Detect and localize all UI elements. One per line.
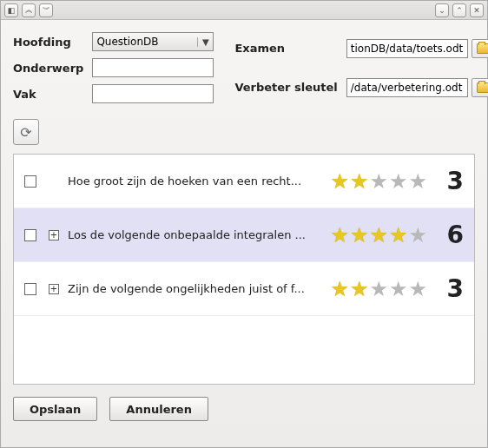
close-icon[interactable]: ✕ [470, 3, 484, 17]
hoofding-dropdown[interactable]: QuestionDB ▼ [92, 32, 214, 51]
footer: Opslaan Annuleren [13, 385, 475, 433]
rating-stars[interactable]: ★★★★★ [330, 279, 427, 300]
row-checkbox[interactable] [24, 175, 36, 188]
app-window: ◧ ︽ ︾ ⌄ ⌃ ✕ Hoofding QuestionDB ▼ Onderw… [0, 0, 488, 448]
star-icon: ★ [408, 171, 427, 192]
question-text: Zijn de volgende ongelijkheden juist of … [68, 282, 330, 295]
table-row[interactable]: Hoe groot zijn de hoeken van een recht..… [14, 155, 474, 208]
row-checkbox[interactable] [24, 283, 36, 295]
rating-stars[interactable]: ★★★★★ [330, 171, 427, 192]
star-icon: ★ [350, 171, 369, 192]
star-icon: ★ [389, 279, 408, 300]
save-button[interactable]: Opslaan [13, 397, 97, 421]
verbeter-input[interactable] [346, 78, 468, 97]
star-icon: ★ [408, 225, 427, 246]
chevron-down-icon: ▼ [197, 37, 209, 47]
star-icon: ★ [350, 225, 369, 246]
rating-stars[interactable]: ★★★★★ [330, 225, 427, 246]
onderwerp-label: Onderwerp [13, 62, 83, 75]
examen-browse-button[interactable] [472, 39, 488, 58]
refresh-button[interactable]: ⟳ [13, 119, 39, 145]
minimize-icon[interactable]: ⌄ [435, 3, 449, 17]
star-icon: ★ [408, 279, 427, 300]
row-count: 3 [443, 274, 464, 303]
star-icon: ★ [330, 279, 349, 300]
star-icon: ★ [389, 225, 408, 246]
verbeter-browse-button[interactable] [472, 78, 488, 97]
expand-icon[interactable]: + [49, 230, 59, 240]
question-list: Hoe groot zijn de hoeken van een recht..… [13, 154, 475, 385]
star-icon: ★ [330, 171, 349, 192]
onderwerp-input[interactable] [92, 58, 214, 77]
vak-input[interactable] [92, 84, 214, 103]
verbeter-label: Verbeter sleutel [234, 81, 337, 94]
folder-icon [477, 82, 488, 93]
question-text: Hoe groot zijn de hoeken van een recht..… [68, 175, 330, 188]
app-menu-icon[interactable]: ◧ [4, 3, 18, 17]
star-icon: ★ [330, 225, 349, 246]
row-checkbox[interactable] [24, 229, 36, 241]
chevrons-up-icon[interactable]: ︽ [22, 3, 36, 17]
row-count: 3 [443, 167, 464, 195]
hoofding-value: QuestionDB [96, 36, 197, 48]
folder-icon [477, 43, 488, 54]
examen-label: Examen [234, 42, 337, 55]
star-icon: ★ [389, 171, 408, 192]
expand-icon[interactable]: + [49, 284, 59, 294]
chevrons-down-icon[interactable]: ︾ [39, 3, 53, 17]
question-text: Los de volgende onbepaalde integralen ..… [68, 228, 330, 241]
cancel-button[interactable]: Annuleren [109, 397, 208, 421]
star-icon: ★ [369, 171, 388, 192]
star-icon: ★ [369, 279, 388, 300]
table-row[interactable]: +Los de volgende onbepaalde integralen .… [14, 208, 474, 262]
vak-label: Vak [13, 88, 83, 101]
table-row[interactable]: +Zijn de volgende ongelijkheden juist of… [14, 262, 474, 316]
examen-input[interactable] [346, 39, 468, 58]
refresh-icon: ⟳ [20, 124, 31, 141]
form: Hoofding QuestionDB ▼ Onderwerp Vak Exam… [13, 32, 475, 103]
star-icon: ★ [369, 225, 388, 246]
star-icon: ★ [350, 279, 369, 300]
hoofding-label: Hoofding [13, 36, 83, 49]
titlebar: ◧ ︽ ︾ ⌄ ⌃ ✕ [1, 1, 487, 20]
maximize-icon[interactable]: ⌃ [452, 3, 466, 17]
row-count: 6 [443, 221, 464, 249]
content-area: Hoofding QuestionDB ▼ Onderwerp Vak Exam… [1, 20, 487, 447]
